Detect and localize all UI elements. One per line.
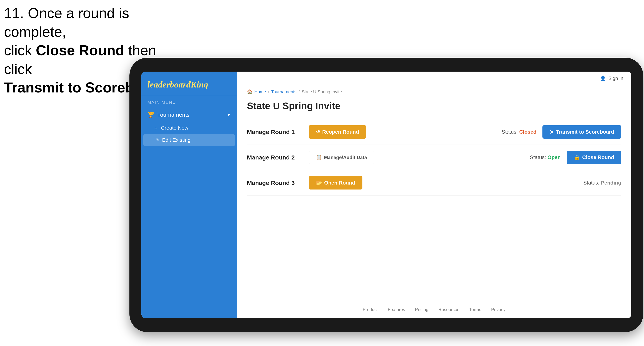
top-nav: 👤 Sign In bbox=[237, 72, 631, 85]
close-round-button[interactable]: 🔒 Close Round bbox=[567, 151, 621, 164]
lock-icon: 🔒 bbox=[574, 154, 580, 161]
footer-features[interactable]: Features bbox=[388, 307, 405, 312]
manage-audit-label: Manage/Audit Data bbox=[324, 155, 367, 160]
round-3-title: Manage Round 3 bbox=[247, 179, 303, 186]
home-icon: 🏠 bbox=[247, 89, 252, 94]
main-menu-label: MAIN MENU bbox=[142, 100, 237, 108]
plus-icon: ＋ bbox=[153, 125, 158, 132]
round-2-title: Manage Round 2 bbox=[247, 154, 303, 161]
round-2-status-value: Open bbox=[548, 154, 560, 160]
logo: leaderboardKing bbox=[147, 80, 231, 90]
footer-product[interactable]: Product bbox=[362, 307, 378, 312]
logo-area: leaderboardKing bbox=[142, 78, 237, 96]
sidebar-edit-existing[interactable]: ✎ Edit Existing bbox=[144, 134, 235, 146]
round-1-title: Manage Round 1 bbox=[247, 129, 303, 135]
main-content: 👤 Sign In 🏠 Home / Tournaments / State U… bbox=[237, 72, 631, 318]
footer-resources[interactable]: Resources bbox=[438, 307, 459, 312]
transmit-label: Transmit to Scoreboard bbox=[556, 129, 614, 135]
reopen-round-button[interactable]: ↺ Reopen Round bbox=[309, 125, 366, 139]
chevron-down-icon: ▼ bbox=[226, 112, 231, 118]
instruction-line1: 11. Once a round is complete, bbox=[4, 4, 183, 41]
round-1-status-value: Closed bbox=[519, 129, 536, 135]
footer-terms[interactable]: Terms bbox=[469, 307, 481, 312]
footer: Product Features Pricing Resources Terms… bbox=[237, 301, 631, 318]
reopen-round-label: Reopen Round bbox=[322, 129, 359, 135]
sign-in-area[interactable]: 👤 Sign In bbox=[600, 76, 623, 81]
transmit-to-scoreboard-button[interactable]: ➤ Transmit to Scoreboard bbox=[542, 125, 621, 139]
logo-regular: leaderboard bbox=[147, 80, 191, 89]
logo-italic: King bbox=[191, 80, 208, 89]
footer-pricing[interactable]: Pricing bbox=[415, 307, 428, 312]
breadcrumb-current: State U Spring Invite bbox=[302, 89, 342, 94]
sidebar-create-new[interactable]: ＋ Create New bbox=[142, 122, 237, 134]
tournaments-label: Tournaments bbox=[157, 112, 190, 118]
round-3-status: Status: Pending bbox=[583, 180, 621, 186]
sidebar-item-tournaments[interactable]: 🏆 Tournaments ▼ bbox=[142, 108, 237, 122]
manage-audit-button[interactable]: 📋 Manage/Audit Data bbox=[309, 151, 374, 164]
user-icon: 👤 bbox=[600, 76, 606, 81]
trophy-icon: 🏆 bbox=[147, 112, 154, 118]
open-round-button[interactable]: 📂 Open Round bbox=[309, 176, 362, 189]
refresh-icon: ↺ bbox=[316, 129, 320, 135]
tablet-shell: leaderboardKing MAIN MENU 🏆 Tournaments … bbox=[130, 58, 643, 332]
open-round-label: Open Round bbox=[324, 180, 355, 186]
round-2-row: Manage Round 2 📋 Manage/Audit Data Statu… bbox=[247, 145, 621, 170]
page-content: State U Spring Invite Manage Round 1 ↺ R… bbox=[237, 96, 631, 301]
create-new-label: Create New bbox=[161, 125, 188, 131]
round-2-status: Status: Open bbox=[530, 154, 561, 161]
round-3-status-value: Pending bbox=[601, 180, 621, 186]
footer-privacy[interactable]: Privacy bbox=[491, 307, 506, 312]
round-1-status: Status: Closed bbox=[502, 129, 536, 135]
round-3-row: Manage Round 3 📂 Open Round Status: Pend… bbox=[247, 170, 621, 196]
breadcrumb-sep2: / bbox=[298, 89, 300, 94]
round-1-row: Manage Round 1 ↺ Reopen Round Status: Cl… bbox=[247, 119, 621, 145]
send-icon: ➤ bbox=[550, 129, 554, 135]
tablet-screen: leaderboardKing MAIN MENU 🏆 Tournaments … bbox=[142, 72, 631, 318]
sidebar: leaderboardKing MAIN MENU 🏆 Tournaments … bbox=[142, 72, 237, 318]
breadcrumb-tournaments[interactable]: Tournaments bbox=[271, 89, 296, 94]
breadcrumb: 🏠 Home / Tournaments / State U Spring In… bbox=[237, 85, 631, 96]
page-title: State U Spring Invite bbox=[247, 100, 621, 111]
edit-existing-label: Edit Existing bbox=[162, 137, 190, 143]
close-round-label: Close Round bbox=[582, 154, 614, 161]
clipboard-icon: 📋 bbox=[316, 155, 322, 160]
breadcrumb-sep1: / bbox=[268, 89, 269, 94]
sign-in-label: Sign In bbox=[608, 76, 623, 81]
breadcrumb-home[interactable]: Home bbox=[254, 89, 266, 94]
edit-icon: ✎ bbox=[155, 137, 160, 143]
open-icon: 📂 bbox=[316, 180, 322, 186]
app-layout: leaderboardKing MAIN MENU 🏆 Tournaments … bbox=[142, 72, 631, 318]
